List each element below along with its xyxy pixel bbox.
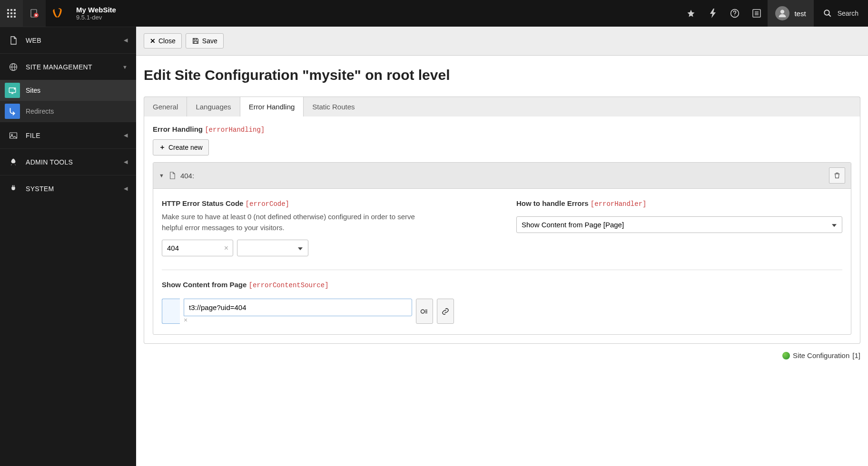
list-icon bbox=[752, 9, 761, 18]
section-title: Error Handling [errorHandling] bbox=[153, 125, 851, 134]
svg-rect-8 bbox=[14, 16, 16, 18]
content-source-input[interactable] bbox=[184, 299, 412, 316]
logo[interactable] bbox=[46, 0, 69, 27]
collapse-toggle[interactable]: ▼ bbox=[159, 173, 164, 178]
tab-languages[interactable]: Languages bbox=[187, 97, 240, 116]
nav-section-web[interactable]: WEB ◀ bbox=[0, 27, 136, 53]
user-menu[interactable]: test bbox=[768, 0, 813, 27]
tab-static-routes[interactable]: Static Routes bbox=[304, 97, 363, 116]
link-field: × bbox=[162, 299, 842, 324]
tab-error-handling[interactable]: Error Handling bbox=[240, 97, 304, 116]
nav-section-system[interactable]: SYSTEM ◀ bbox=[0, 175, 136, 202]
record-icon bbox=[169, 172, 176, 179]
typo3-logo-icon bbox=[51, 7, 64, 19]
svg-point-31 bbox=[421, 310, 425, 313]
link-wizard-icon bbox=[420, 308, 429, 315]
svg-point-17 bbox=[780, 10, 784, 14]
svg-point-12 bbox=[735, 15, 735, 16]
close-button[interactable]: ✕ Close bbox=[144, 33, 182, 49]
file-icon bbox=[9, 36, 18, 45]
site-name: My WebSite 9.5.1-dev bbox=[76, 6, 116, 21]
nav-section-file[interactable]: FILE ◀ bbox=[0, 122, 136, 148]
tab-general[interactable]: General bbox=[144, 97, 187, 116]
footer-path: Site Configuration [1] bbox=[136, 348, 868, 367]
plus-icon: ＋ bbox=[159, 143, 166, 152]
chevron-left-icon: ◀ bbox=[124, 37, 128, 43]
link-prefix bbox=[162, 299, 180, 324]
toolbar: ✕ Close Save bbox=[136, 27, 868, 56]
svg-rect-2 bbox=[14, 9, 16, 11]
help-button[interactable] bbox=[724, 0, 746, 27]
globe-icon bbox=[782, 352, 790, 359]
svg-point-26 bbox=[14, 88, 15, 90]
sidebar-item-sites[interactable]: Sites bbox=[0, 80, 136, 101]
image-icon bbox=[9, 132, 18, 139]
sites-icon bbox=[5, 83, 20, 98]
plug-icon bbox=[9, 184, 18, 193]
clear-cache-button[interactable] bbox=[23, 0, 46, 27]
site-version: 9.5.1-dev bbox=[76, 14, 116, 21]
topbar-right: test Search bbox=[680, 0, 868, 27]
topbar-left: My WebSite 9.5.1-dev bbox=[0, 0, 116, 27]
error-code-help: Make sure to have at least 0 (not define… bbox=[162, 212, 428, 233]
record-header[interactable]: ▼ 404: bbox=[153, 163, 851, 189]
nav-section-admin-tools[interactable]: ADMIN TOOLS ◀ bbox=[0, 148, 136, 175]
chevron-left-icon: ◀ bbox=[124, 159, 128, 165]
nav-section-site-management[interactable]: SITE MANAGEMENT ▼ bbox=[0, 53, 136, 80]
save-icon bbox=[192, 37, 199, 45]
svg-rect-29 bbox=[194, 39, 196, 40]
svg-rect-5 bbox=[14, 12, 16, 14]
delete-record-button[interactable] bbox=[829, 167, 845, 184]
search-icon bbox=[823, 9, 832, 18]
clear-input-icon[interactable]: × bbox=[184, 316, 187, 324]
svg-rect-30 bbox=[194, 41, 197, 44]
clear-input-icon[interactable]: × bbox=[224, 244, 228, 252]
main-content: ✕ Close Save Edit Site Configuration "my… bbox=[136, 27, 868, 466]
close-icon: ✕ bbox=[150, 37, 156, 45]
flash-button[interactable] bbox=[702, 0, 724, 27]
rocket-icon bbox=[9, 158, 18, 166]
error-handler-select[interactable]: Show Content from Page [Page] bbox=[516, 216, 842, 233]
question-icon bbox=[730, 9, 740, 18]
search-button[interactable]: Search bbox=[814, 0, 868, 27]
user-name: test bbox=[794, 10, 806, 18]
record-body: HTTP Error Status Code [errorCode] Make … bbox=[153, 189, 851, 334]
svg-line-19 bbox=[829, 14, 831, 17]
topbar: My WebSite 9.5.1-dev test Search bbox=[0, 0, 868, 27]
svg-rect-0 bbox=[7, 9, 9, 11]
sidebar: WEB ◀ SITE MANAGEMENT ▼ Sites Redirects … bbox=[0, 27, 136, 466]
footer-path-id: [1] bbox=[852, 351, 860, 359]
divider bbox=[162, 270, 842, 270]
create-new-button[interactable]: ＋ Create new bbox=[153, 139, 209, 155]
bookmark-button[interactable] bbox=[680, 0, 702, 27]
sidebar-item-redirects[interactable]: Redirects bbox=[0, 101, 136, 122]
document-x-icon bbox=[30, 9, 39, 18]
svg-point-18 bbox=[824, 10, 829, 15]
link-wizard-button[interactable] bbox=[416, 299, 433, 324]
footer-path-label: Site Configuration bbox=[793, 351, 849, 359]
error-code-input[interactable] bbox=[162, 240, 233, 256]
svg-rect-3 bbox=[7, 12, 9, 14]
svg-rect-1 bbox=[10, 9, 12, 11]
save-button[interactable]: Save bbox=[186, 33, 224, 49]
modules-button[interactable] bbox=[0, 0, 23, 27]
site-title: My WebSite bbox=[76, 6, 116, 14]
search-label: Search bbox=[838, 10, 858, 17]
user-icon bbox=[778, 9, 787, 18]
error-handler-label: How to handle Errors [errorHandler] bbox=[516, 199, 842, 208]
svg-rect-4 bbox=[10, 12, 12, 14]
link-browser-button[interactable] bbox=[437, 299, 454, 324]
error-record: ▼ 404: HTTP Error Status Code [ bbox=[153, 162, 851, 335]
docs-button[interactable] bbox=[746, 0, 768, 27]
section-tech-name: [errorHandling] bbox=[205, 126, 265, 134]
error-code-label: HTTP Error Status Code [errorCode] bbox=[162, 199, 488, 208]
page-title: Edit Site Configuration "mysite" on root… bbox=[144, 67, 860, 83]
chevron-down-icon: ▼ bbox=[122, 64, 128, 70]
svg-rect-6 bbox=[7, 16, 9, 18]
redirects-icon bbox=[5, 104, 20, 119]
tabs: General Languages Error Handling Static … bbox=[144, 97, 860, 116]
tab-panel: Error Handling [errorHandling] ＋ Create … bbox=[144, 116, 860, 344]
globe-icon bbox=[9, 63, 18, 71]
error-code-select[interactable] bbox=[237, 240, 308, 256]
content-source-label: Show Content from Page [errorContentSour… bbox=[162, 281, 842, 289]
